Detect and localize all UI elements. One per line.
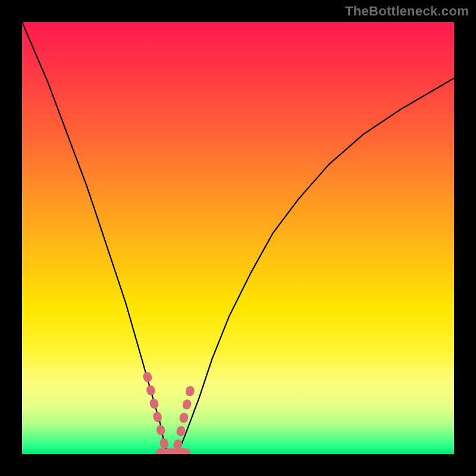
chart-svg [22,22,454,454]
watermark-text: TheBottleneck.com [345,4,469,19]
chart-plot-area [22,22,454,454]
highlight-segment-left [148,376,165,445]
highlight-segment-right [177,389,190,445]
bottleneck-curve [22,22,454,454]
